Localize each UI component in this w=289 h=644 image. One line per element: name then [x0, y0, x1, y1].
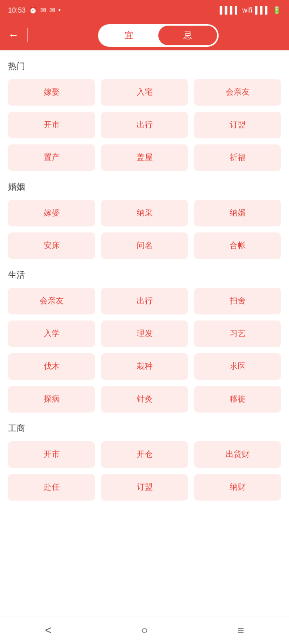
section-title-hotspot: 热门 — [8, 60, 281, 72]
nav-home-button[interactable]: ○ — [129, 620, 159, 640]
tag-kaishi2[interactable]: 开市 — [8, 441, 95, 468]
tag-famu[interactable]: 伐木 — [8, 353, 95, 380]
tag-chuxing2[interactable]: 出行 — [101, 288, 188, 314]
hotspot-grid: 嫁娶 入宅 会亲友 开市 出行 订盟 置产 盖屋 祈福 — [8, 79, 281, 171]
tag-saoshe[interactable]: 扫舍 — [194, 288, 281, 314]
tag-gaiwu[interactable]: 盖屋 — [101, 144, 188, 171]
tag-kaicang[interactable]: 开仓 — [101, 441, 188, 468]
tag-tanbing[interactable]: 探病 — [8, 386, 95, 413]
section-title-marriage: 婚姻 — [8, 181, 281, 193]
tag-nacai2[interactable]: 纳财 — [194, 474, 281, 501]
tag-ruzhai[interactable]: 入宅 — [101, 79, 188, 106]
time-display: 10:53 — [8, 6, 26, 14]
header-divider — [27, 28, 28, 42]
tag-dingmeng2[interactable]: 订盟 — [101, 474, 188, 501]
status-bar-left: 10:53 ⏰ ✉ ✉ • — [8, 6, 61, 14]
tag-qifu[interactable]: 祈福 — [194, 144, 281, 171]
tag-anchuang[interactable]: 安床 — [8, 232, 95, 259]
tag-hezhang[interactable]: 合帐 — [194, 232, 281, 259]
tag-lifa[interactable]: 理发 — [101, 320, 188, 347]
life-grid: 会亲友 出行 扫舍 入学 理发 习艺 伐木 栽种 求医 探病 针灸 移徙 — [8, 288, 281, 413]
tag-nacai[interactable]: 纳采 — [101, 200, 188, 226]
tag-huiqinyou2[interactable]: 会亲友 — [8, 288, 95, 314]
nav-menu-button[interactable]: ≡ — [226, 620, 256, 640]
bottom-nav: < ○ ≡ — [0, 616, 289, 644]
network-icon: ▌▌▌ — [255, 6, 270, 14]
battery-icon: 🔋 — [272, 6, 281, 14]
tag-ruxue[interactable]: 入学 — [8, 320, 95, 347]
wifi-icon: wifi — [242, 6, 252, 14]
tag-jiaqu2[interactable]: 嫁娶 — [8, 200, 95, 226]
content-area: 热门 嫁娶 入宅 会亲友 开市 出行 订盟 置产 盖屋 祈福 婚姻 嫁娶 纳采 … — [0, 50, 289, 644]
dot-icon: • — [58, 6, 61, 14]
tag-qiuyi[interactable]: 求医 — [194, 353, 281, 380]
tag-huiqinyou[interactable]: 会亲友 — [194, 79, 281, 106]
signal-icon: ▌▌▌▌ — [220, 6, 240, 14]
marriage-grid: 嫁娶 纳采 纳婿 安床 问名 合帐 — [8, 200, 281, 259]
header: ← 宜 忌 — [0, 20, 289, 50]
back-button[interactable]: ← — [8, 29, 19, 42]
tag-zhenjiu[interactable]: 针灸 — [101, 386, 188, 413]
tab-ji[interactable]: 忌 — [158, 26, 217, 45]
tag-zaizhong[interactable]: 栽种 — [101, 353, 188, 380]
tag-zhichan[interactable]: 置产 — [8, 144, 95, 171]
tag-jiaqu[interactable]: 嫁娶 — [8, 79, 95, 106]
tab-yi[interactable]: 宜 — [100, 26, 158, 45]
tag-wenming[interactable]: 问名 — [101, 232, 188, 259]
mail1-icon: ✉ — [40, 6, 46, 14]
tab-switcher: 宜 忌 — [98, 24, 219, 47]
section-title-life: 生活 — [8, 269, 281, 281]
tag-kaishi[interactable]: 开市 — [8, 112, 95, 138]
mail2-icon: ✉ — [49, 6, 55, 14]
status-bar: 10:53 ⏰ ✉ ✉ • ▌▌▌▌ wifi ▌▌▌ 🔋 — [0, 0, 289, 20]
tag-naxu[interactable]: 纳婿 — [194, 200, 281, 226]
status-bar-right: ▌▌▌▌ wifi ▌▌▌ 🔋 — [220, 6, 281, 14]
alarm-icon: ⏰ — [29, 6, 37, 14]
nav-back-button[interactable]: < — [33, 620, 63, 640]
tag-yixi[interactable]: 移徙 — [194, 386, 281, 413]
business-grid: 开市 开仓 出货财 赴任 订盟 纳财 — [8, 441, 281, 501]
section-title-business: 工商 — [8, 423, 281, 434]
tag-chuhoucai[interactable]: 出货财 — [194, 441, 281, 468]
tag-furen[interactable]: 赴任 — [8, 474, 95, 501]
tag-xiyi[interactable]: 习艺 — [194, 320, 281, 347]
tag-chuxing[interactable]: 出行 — [101, 112, 188, 138]
tag-dingmeng[interactable]: 订盟 — [194, 112, 281, 138]
